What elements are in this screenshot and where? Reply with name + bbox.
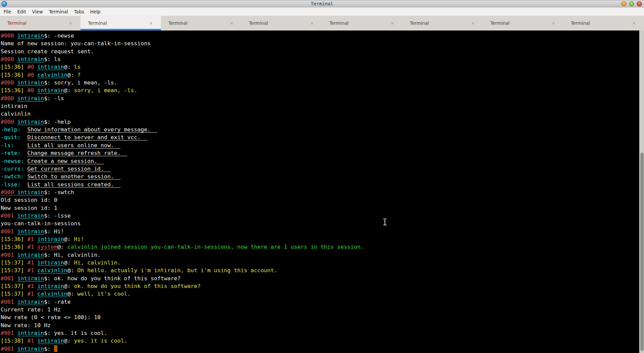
terminal-line: Old session id: 0 bbox=[1, 196, 643, 204]
menu-item-terminal[interactable]: Terminal bbox=[46, 8, 71, 15]
tab-label: Terminal bbox=[168, 20, 187, 26]
terminal-line: you-can-talk-in-sessions bbox=[1, 220, 643, 227]
tab-terminal-7[interactable]: Terminal× bbox=[483, 16, 564, 31]
terminal-line: [15:36] #0 intirain@: ls bbox=[1, 63, 643, 71]
minimize-button[interactable] bbox=[621, 1, 627, 6]
terminal-line: -currs: Get current session id. bbox=[1, 165, 643, 173]
terminal-line: Current rate: 1 Hz bbox=[1, 306, 643, 313]
terminal-line: [15:37] #1 calvinlin@: well, it's cool. bbox=[1, 290, 643, 298]
terminal-line: [15:36] #0 intirain@: sorry, i mean, -ls… bbox=[1, 86, 643, 94]
terminal-line: #001 intirain$: ok. how do you think of … bbox=[1, 275, 643, 282]
scrollbar-thumb[interactable] bbox=[640, 153, 644, 351]
terminal-line: -ls: List all users online now. bbox=[1, 141, 643, 149]
tab-terminal-6[interactable]: Terminal× bbox=[402, 16, 483, 31]
terminal-line: [15:36] #1 intirain@: Hi! bbox=[1, 235, 643, 243]
tab-close-icon[interactable]: × bbox=[229, 21, 233, 25]
tab-label: Terminal bbox=[249, 20, 268, 26]
tab-terminal-1[interactable]: Terminal× bbox=[0, 16, 80, 31]
terminal-line: #001 intirain$: Hi! bbox=[1, 228, 643, 235]
terminal-line: [15:37] #1 calvinlin@: Oh hello. actuall… bbox=[1, 267, 643, 274]
maximize-button[interactable] bbox=[629, 1, 634, 6]
scrollbar-track[interactable] bbox=[639, 31, 644, 353]
terminal-line: Session create request sent. bbox=[1, 48, 643, 55]
menu-item-file[interactable]: File bbox=[1, 8, 14, 15]
app-icon bbox=[1, 1, 7, 7]
terminal-block-cursor bbox=[54, 345, 57, 352]
terminal-line: #000 intirain$: ls bbox=[1, 55, 643, 63]
close-button[interactable] bbox=[637, 1, 642, 6]
terminal-line: [15:37] #1 intirain@: ok. how do you thi… bbox=[1, 282, 643, 290]
terminal-screen[interactable]: #000 intirain$: -newseName of new sessio… bbox=[0, 31, 644, 353]
tab-label: Terminal bbox=[410, 20, 429, 26]
terminal-line: #000 intirain$: -swtch bbox=[1, 188, 643, 196]
terminal-line: #001 intirain$: -lsse bbox=[1, 212, 643, 220]
terminal-line: #001 intirain$: yes. it is cool. bbox=[1, 329, 643, 337]
terminal-line: -lsse: List all sessions created. bbox=[1, 181, 643, 188]
tab-label: Terminal bbox=[88, 20, 107, 26]
terminal-line: #001 intirain$: -rate bbox=[1, 298, 643, 306]
terminal-line: #000 intirain$: -ls bbox=[1, 95, 643, 102]
tab-close-icon[interactable]: × bbox=[310, 21, 314, 25]
terminal-line: Name of new session: you-can-talk-in-ses… bbox=[1, 40, 643, 47]
tab-terminal-4[interactable]: Terminal× bbox=[241, 16, 322, 31]
terminal-line: -newse: Create a new session. bbox=[1, 157, 643, 165]
tab-terminal-8[interactable]: Terminal× bbox=[564, 16, 644, 31]
terminal-output: #000 intirain$: -newseName of new sessio… bbox=[0, 31, 644, 353]
menu-item-help[interactable]: Help bbox=[87, 8, 104, 15]
terminal-line: #000 intirain$: -help bbox=[1, 118, 643, 126]
window-title: Terminal bbox=[311, 1, 333, 6]
menu-item-edit[interactable]: Edit bbox=[14, 8, 29, 15]
menu-item-view[interactable]: View bbox=[29, 8, 46, 15]
terminal-line: -quit: Disconnect to server and exit vcc… bbox=[1, 133, 643, 141]
terminal-line: calvinlin bbox=[1, 110, 643, 118]
terminal-line: #000 intirain$: sorry, i mean, -ls. bbox=[1, 79, 643, 86]
tab-close-icon[interactable]: × bbox=[551, 21, 555, 25]
terminal-line: New rate (0 < rate <= 100): 10 bbox=[1, 313, 643, 321]
text-cursor-pointer-icon bbox=[382, 218, 387, 226]
tab-terminal-2[interactable]: Terminal× bbox=[80, 16, 161, 31]
tab-close-icon[interactable]: × bbox=[632, 21, 636, 25]
terminal-window: Terminal FileEditViewTerminalTabsHelp Te… bbox=[0, 0, 644, 353]
terminal-line: -rate: Change message refresh rate. bbox=[1, 149, 643, 157]
tab-label: Terminal bbox=[571, 20, 590, 26]
tab-close-icon[interactable]: × bbox=[390, 21, 394, 25]
terminal-line: New rate: 10 Hz bbox=[1, 321, 643, 329]
terminal-line: intirain bbox=[1, 102, 643, 110]
terminal-line: #001 intirain$: bbox=[1, 345, 643, 353]
tab-close-icon[interactable]: × bbox=[149, 21, 153, 25]
menu-item-tabs[interactable]: Tabs bbox=[71, 8, 87, 15]
terminal-line: #001 intirain$: Hi, calvinlin. bbox=[1, 251, 643, 259]
tab-label: Terminal bbox=[329, 20, 348, 26]
terminal-line: -swtch: Switch to another session. bbox=[1, 173, 643, 180]
titlebar[interactable]: Terminal bbox=[0, 0, 644, 7]
tab-terminal-3[interactable]: Terminal× bbox=[161, 16, 241, 31]
tabbar: Terminal×Terminal×Terminal×Terminal×Term… bbox=[0, 16, 644, 31]
menubar: FileEditViewTerminalTabsHelp bbox=[0, 7, 644, 16]
terminal-line: [15:37] #1 intirain@: Hi, calvinlin. bbox=[1, 259, 643, 267]
terminal-line: -help: Show information about every mess… bbox=[1, 126, 643, 133]
tab-label: Terminal bbox=[490, 20, 509, 26]
tab-terminal-5[interactable]: Terminal× bbox=[322, 16, 402, 31]
terminal-line: [15:36] #0 calvinlin@: ? bbox=[1, 71, 643, 79]
tab-label: Terminal bbox=[7, 20, 26, 26]
terminal-line: #000 intirain$: -newse bbox=[1, 32, 643, 40]
tab-close-icon[interactable]: × bbox=[68, 21, 72, 25]
terminal-line: [15:38] #1 intirain@: yes. it is cool. bbox=[1, 337, 643, 345]
terminal-line: [15:36] #1 system@: calvinlin joined ses… bbox=[1, 243, 643, 251]
tab-close-icon[interactable]: × bbox=[471, 21, 475, 25]
terminal-line: New session id: 1 bbox=[1, 204, 643, 212]
